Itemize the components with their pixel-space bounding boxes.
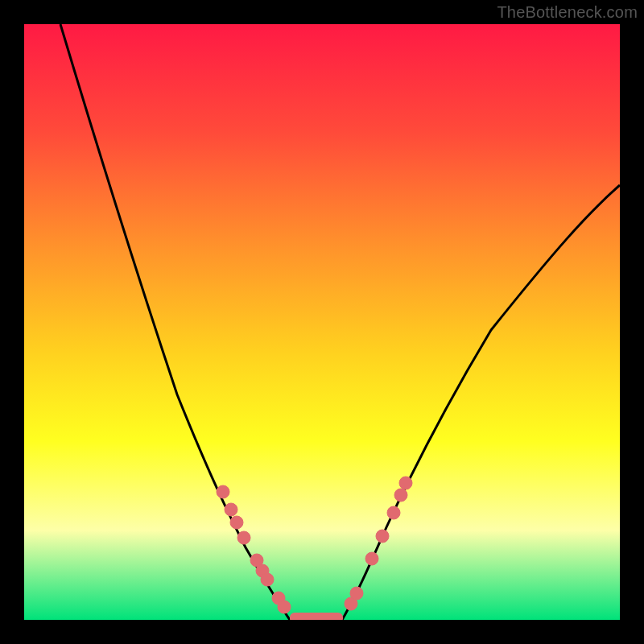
data-dot (350, 587, 363, 600)
curve-left (60, 24, 290, 620)
data-dot (230, 516, 243, 529)
dots-group (217, 477, 412, 613)
data-dot (387, 506, 400, 519)
data-dot (261, 573, 274, 586)
curve-right (342, 185, 620, 620)
data-dot (365, 552, 378, 565)
data-dot (399, 477, 412, 489)
data-dot (278, 601, 291, 613)
data-dot (225, 503, 237, 516)
chart-svg (24, 24, 620, 620)
data-dot (376, 530, 389, 543)
data-dot (394, 489, 407, 502)
valley-floor-bar (290, 613, 343, 620)
watermark-text: TheBottleneck.com (497, 3, 638, 22)
data-dot (217, 485, 229, 498)
data-dot (237, 531, 250, 544)
outer-frame: TheBottleneck.com (0, 0, 644, 644)
plot-area (24, 24, 620, 620)
